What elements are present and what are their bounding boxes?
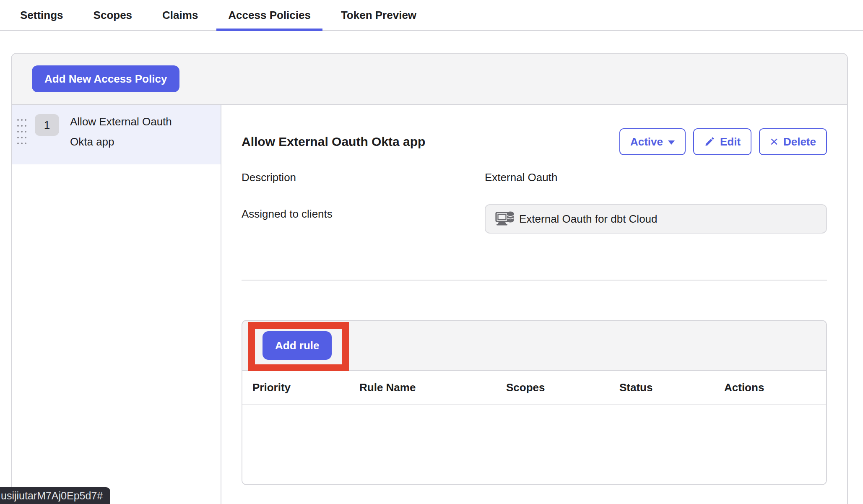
section-divider bbox=[242, 280, 827, 281]
policy-title: Allow External Oauth Okta app bbox=[242, 135, 425, 149]
edit-button-label: Edit bbox=[720, 135, 741, 148]
status-dropdown-label: Active bbox=[630, 135, 663, 148]
drag-handle-icon[interactable] bbox=[17, 119, 26, 147]
assigned-to-clients-label: Assigned to clients bbox=[242, 208, 485, 221]
policy-item-label: Allow External Oauth Okta app bbox=[70, 112, 187, 164]
assigned-client-name: External Oauth for dbt Cloud bbox=[519, 213, 658, 226]
close-icon: × bbox=[770, 134, 778, 148]
column-header-rule-name: Rule Name bbox=[359, 381, 506, 394]
column-header-scopes: Scopes bbox=[506, 381, 619, 394]
column-header-status: Status bbox=[619, 381, 724, 394]
rules-table-header: Priority Rule Name Scopes Status Actions bbox=[242, 371, 826, 405]
edit-button[interactable]: Edit bbox=[693, 128, 751, 155]
policy-detail: Allow External Oauth Okta app Active bbox=[221, 105, 847, 504]
pencil-icon bbox=[704, 136, 715, 147]
column-header-actions: Actions bbox=[724, 381, 826, 394]
tab-token-preview[interactable]: Token Preview bbox=[329, 0, 428, 30]
policies-content: 1 Allow External Oauth Okta app Allow Ex… bbox=[12, 105, 847, 504]
add-rule-button[interactable]: Add rule bbox=[263, 331, 332, 360]
column-header-priority: Priority bbox=[252, 381, 359, 394]
description-label: Description bbox=[242, 171, 485, 184]
delete-button-label: Delete bbox=[783, 135, 816, 148]
delete-button[interactable]: × Delete bbox=[759, 128, 827, 155]
policy-priority-badge: 1 bbox=[35, 114, 59, 136]
status-dropdown-button[interactable]: Active bbox=[619, 128, 686, 155]
description-value: External Oauth bbox=[485, 171, 827, 184]
client-app-icon bbox=[495, 210, 514, 228]
access-policies-panel: Add New Access Policy 1 Allow External O… bbox=[11, 53, 848, 504]
rules-toolbar: Add rule bbox=[242, 321, 826, 371]
policy-list-item[interactable]: 1 Allow External Oauth Okta app bbox=[12, 105, 221, 164]
rules-panel: Add rule Priority Rule Name Scopes Statu… bbox=[242, 320, 827, 485]
policy-actions: Active Edit × Del bbox=[619, 128, 827, 155]
tab-settings[interactable]: Settings bbox=[8, 0, 75, 30]
policy-list: 1 Allow External Oauth Okta app bbox=[12, 105, 221, 504]
assigned-client-chip[interactable]: External Oauth for dbt Cloud bbox=[485, 204, 827, 234]
tab-access-policies[interactable]: Access Policies bbox=[216, 0, 322, 30]
policies-toolbar: Add New Access Policy bbox=[12, 54, 847, 105]
tab-claims[interactable]: Claims bbox=[151, 0, 210, 30]
caret-down-icon bbox=[668, 140, 675, 145]
tab-bar: Settings Scopes Claims Access Policies T… bbox=[0, 0, 863, 31]
add-new-access-policy-button[interactable]: Add New Access Policy bbox=[32, 65, 179, 92]
link-preview-tooltip: usijiutarM7Aj0Ep5d7# bbox=[0, 487, 110, 504]
tab-scopes[interactable]: Scopes bbox=[82, 0, 144, 30]
rules-table-body bbox=[242, 405, 826, 484]
